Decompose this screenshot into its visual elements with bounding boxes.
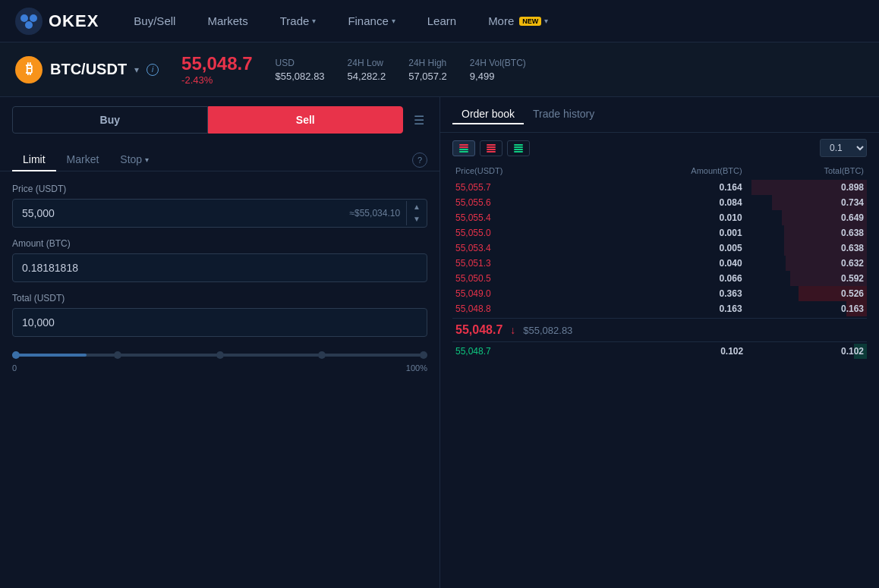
stop-tab[interactable]: Stop ▾ [109,149,159,171]
order-type-row: Limit Market Stop ▾ ? [0,143,440,171]
ask-total: 0.638 [745,225,867,241]
ask-price: 55,051.3 [452,256,594,271]
more-badge: NEW [519,17,541,26]
more-chevron-icon: ▾ [544,17,548,25]
svg-point-1 [20,14,28,22]
bid-amount: 0.102 [625,344,746,359]
mid-price-usd: $55,082.83 [523,325,572,336]
ob-bids-body: 55,048.70.1020.102 [452,344,867,359]
ask-amount: 0.001 [594,225,745,241]
ask-price: 55,050.5 [452,271,594,286]
nav-markets[interactable]: Markets [195,0,260,42]
price-suffix: ≈$55,034.10 [349,208,406,219]
table-row[interactable]: 55,053.40.0050.638 [452,241,867,256]
low-value: 54,282.2 [348,71,386,82]
ask-amount: 0.163 [594,301,745,316]
amount-field-group: Amount (BTC) [12,238,427,282]
ob-view-bids[interactable] [507,140,530,156]
nav-more[interactable]: More NEW ▾ [476,0,560,42]
ask-total: 0.734 [745,195,867,210]
ob-view-asks-icon [487,144,496,153]
table-row[interactable]: 55,055.70.1640.898 [452,180,867,195]
precision-select[interactable]: 0.1 0.01 1 [820,139,867,157]
ob-controls: 0.1 0.01 1 [452,139,867,157]
table-row[interactable]: 55,049.00.3630.526 [452,286,867,301]
layout-icon[interactable]: ☰ [411,110,427,130]
ticker-24h-vol: 24H Vol(BTC) 9,499 [470,58,526,82]
slider-dot-75[interactable] [318,351,326,359]
ask-amount: 0.040 [594,256,745,271]
low-label: 24H Low [348,58,386,68]
help-icon[interactable]: ? [412,153,427,168]
ask-price: 55,055.6 [452,195,594,210]
pair-chevron-icon[interactable]: ▾ [134,64,139,75]
trade-chevron-icon: ▾ [312,17,316,25]
limit-tab[interactable]: Limit [12,149,56,171]
nav-learn[interactable]: Learn [415,0,468,42]
bid-price: 55,048.7 [452,344,625,359]
logo[interactable]: OKEX [15,8,99,35]
slider-dots [12,351,427,359]
col-amount: Amount(BTC) [594,165,745,180]
ticker-main-price: 55,048.7 [181,53,252,74]
ask-total: 0.898 [745,180,867,195]
total-input[interactable] [13,309,427,336]
ob-asks-body: 55,055.70.1640.89855,055.60.0840.73455,0… [452,180,867,316]
table-row[interactable]: 55,048.80.1630.163 [452,301,867,316]
col-total: Total(BTC) [745,165,867,180]
total-label: Total (USDT) [12,293,427,303]
sell-tab[interactable]: Sell [208,106,404,134]
high-value: 57,057.2 [408,71,447,82]
table-row[interactable]: 55,051.30.0400.632 [452,256,867,271]
order-form: Price (USDT) ≈$55,034.10 ▲ ▼ Amount (BTC… [0,171,440,588]
usd-label: USD [276,58,325,68]
ob-content: 0.1 0.01 1 Price(USDT) Amount(BTC) Total… [440,133,879,588]
nav-finance[interactable]: Finance ▾ [336,0,407,42]
nav-trade[interactable]: Trade ▾ [268,0,329,42]
ask-amount: 0.005 [594,241,745,256]
pair-info-icon[interactable]: i [146,64,159,76]
ask-price: 55,049.0 [452,286,594,301]
table-row[interactable]: 55,055.60.0840.734 [452,195,867,210]
slider-dot-0[interactable] [12,351,20,359]
amount-input[interactable] [13,254,427,281]
amount-input-wrapper [12,253,427,282]
table-row[interactable]: 55,055.00.0010.638 [452,225,867,241]
ob-view-both[interactable] [452,140,475,156]
ask-price: 55,055.0 [452,225,594,241]
finance-chevron-icon: ▾ [392,17,395,25]
order-book-bids-table: 55,048.70.1020.102 [452,344,867,359]
price-increment[interactable]: ▲ [407,201,427,213]
ticker-usd: USD $55,082.83 [276,58,325,82]
svg-point-2 [30,14,37,22]
buy-sell-tabs: Buy Sell ☰ [0,97,440,143]
stop-chevron-icon: ▾ [145,156,149,164]
order-form-panel: Buy Sell ☰ Limit Market Stop ▾ ? Price (… [0,97,440,588]
price-decrement[interactable]: ▼ [407,213,427,225]
vol-label: 24H Vol(BTC) [470,58,526,68]
tradehistory-tab[interactable]: Trade history [524,105,603,124]
table-row[interactable]: 55,055.40.0100.649 [452,210,867,225]
price-input[interactable] [13,200,349,227]
nav-buysell[interactable]: Buy/Sell [121,0,187,42]
ticker-pair: ₿ BTC/USDT ▾ i [15,56,159,83]
table-row[interactable]: 55,050.50.0660.592 [452,271,867,286]
ob-view-asks[interactable] [480,140,503,156]
ticker-bar: ₿ BTC/USDT ▾ i 55,048.7 -2.43% USD $55,0… [0,42,879,97]
price-steppers: ▲ ▼ [406,201,427,225]
slider-dot-100[interactable] [420,351,427,359]
bid-total: 0.102 [746,344,867,359]
slider-labels: 0 100% [12,363,427,373]
orderbook-tab[interactable]: Order book [452,105,524,124]
table-row[interactable]: 55,048.70.1020.102 [452,344,867,359]
market-tab[interactable]: Market [56,149,110,171]
order-book-panel: Order book Trade history [440,97,879,588]
ask-total: 0.632 [745,256,867,271]
navbar: OKEX Buy/Sell Markets Trade ▾ Finance ▾ … [0,0,879,42]
slider-dot-50[interactable] [216,351,224,359]
vol-value: 9,499 [470,71,526,82]
slider-label-min: 0 [12,363,17,373]
ask-price: 55,053.4 [452,241,594,256]
slider-dot-25[interactable] [114,351,121,359]
buy-tab[interactable]: Buy [12,106,208,134]
